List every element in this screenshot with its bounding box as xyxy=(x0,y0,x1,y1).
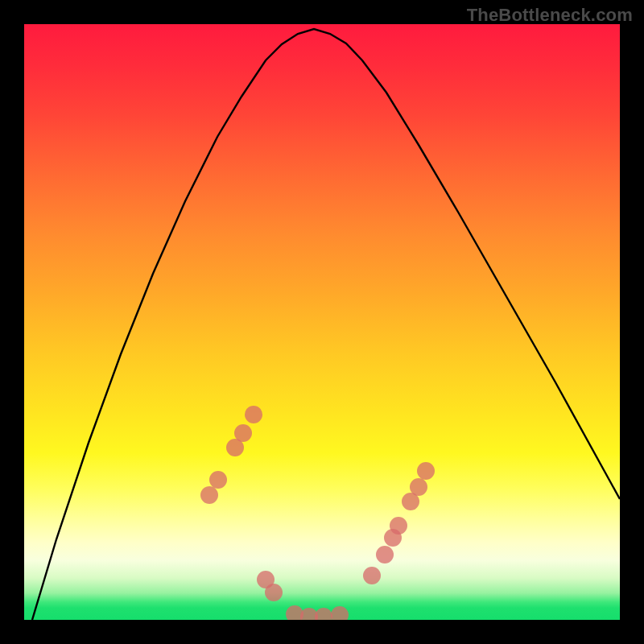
curve-marker xyxy=(200,486,218,504)
bottleneck-curve xyxy=(24,24,620,620)
curve-marker xyxy=(410,478,427,496)
curve-marker xyxy=(390,517,407,535)
chart-frame: TheBottleneck.com xyxy=(0,0,644,644)
curve-marker xyxy=(234,424,252,442)
curve-marker xyxy=(417,462,435,480)
curve-marker xyxy=(331,606,349,620)
curve-marker xyxy=(376,546,394,564)
curve-marker xyxy=(315,608,332,620)
curve-marker xyxy=(265,584,283,601)
curve-marker xyxy=(245,406,262,423)
watermark-text: TheBottleneck.com xyxy=(467,5,633,26)
curve-marker xyxy=(209,471,227,489)
curve-marker xyxy=(363,567,381,584)
plot-area xyxy=(24,24,620,620)
